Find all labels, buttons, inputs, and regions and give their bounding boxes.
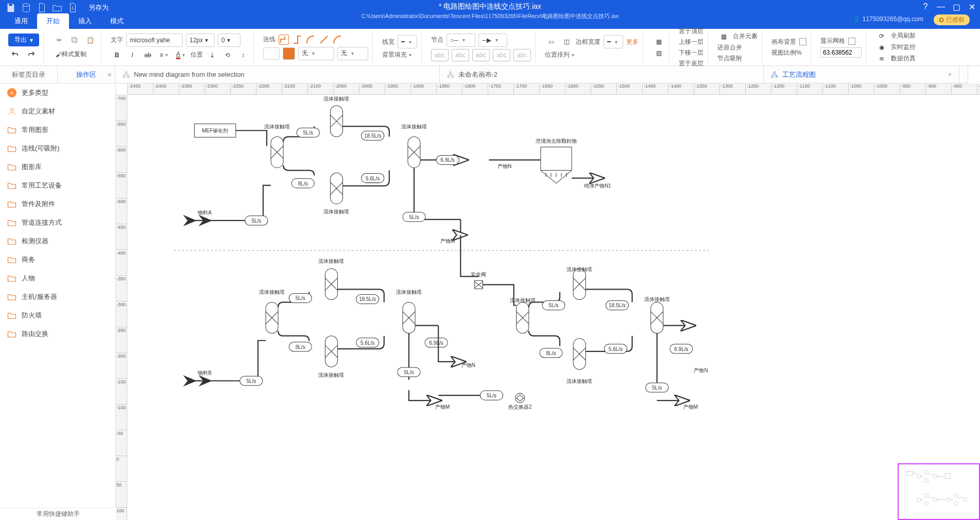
close-icon[interactable]: ✕	[968, 2, 976, 12]
format-paint-icon[interactable]: 🖌 样式复制	[53, 48, 89, 61]
sim-icon[interactable]: ≋	[875, 54, 888, 63]
diagram-canvas[interactable]: .pipe{fill:none;stroke:#333;stroke-width…	[127, 95, 980, 520]
tower-a3[interactable]	[330, 173, 342, 204]
ungroup-icon[interactable]: ▨	[652, 48, 665, 58]
abc-box-4[interactable]: abc	[493, 49, 510, 61]
new-file-icon[interactable]	[36, 3, 47, 12]
valign-bottom-icon[interactable]: ⤓	[206, 49, 218, 61]
abc-box-1[interactable]: abc	[431, 49, 449, 61]
border-style-icon[interactable]: ▭	[545, 36, 557, 48]
connector-elbow1-icon[interactable]	[279, 35, 289, 45]
abc-box-5[interactable]: abc	[513, 49, 531, 61]
export-button[interactable]: 导出 ▾	[8, 33, 39, 46]
saveas-label[interactable]: 另存为	[89, 3, 109, 12]
node-snap-label[interactable]: 节点吸附	[717, 54, 742, 63]
canvas-tab-0[interactable]: New mind diagram from the selection	[115, 66, 440, 83]
bg-fill-label[interactable]: 背景填充	[382, 51, 411, 59]
view-ratio-input[interactable]	[820, 47, 862, 58]
tower-a4[interactable]	[408, 137, 420, 167]
line-accent-swatch[interactable]	[283, 47, 295, 60]
arr-up[interactable]: 上移一层	[679, 38, 703, 46]
group-icon[interactable]: ▦	[652, 37, 665, 46]
cut-icon[interactable]: ✂	[53, 34, 65, 46]
tab-insert[interactable]: 插入	[69, 13, 101, 29]
more-link[interactable]: 更多	[626, 38, 639, 46]
canvas-tab-2[interactable]: 工艺流程图×	[764, 66, 959, 83]
canvas-tab-1[interactable]: 未命名画布-2	[440, 66, 764, 83]
line-width-select[interactable]: ━	[398, 35, 417, 48]
bold-icon[interactable]: B	[111, 49, 123, 61]
side-tab-bookmarks[interactable]: 标签页目录	[0, 66, 58, 83]
sidebar-item-process-equip[interactable]: 常用工艺设备	[0, 176, 115, 195]
merge-cells-icon[interactable]: ▦	[717, 32, 730, 41]
arr-top[interactable]: 置于顶层	[679, 27, 703, 36]
tower-a2[interactable]	[330, 106, 342, 137]
minimap-panel[interactable]	[898, 463, 980, 520]
sidebar-item-people[interactable]: 人物	[0, 269, 115, 288]
sidebar-item-firewall[interactable]: 防火墙	[0, 306, 115, 325]
show-grid-check[interactable]	[848, 38, 855, 45]
settling-tank[interactable]	[541, 147, 572, 183]
side-tab-workspace[interactable]: 操作区×	[58, 66, 115, 83]
sidebar-item-business[interactable]: 商务	[0, 250, 115, 269]
process-flow-diagram[interactable]: .pipe{fill:none;stroke:#333;stroke-width…	[127, 95, 980, 520]
sidebar-item-servers[interactable]: 主机/服务器	[0, 288, 115, 306]
node-end-select[interactable]: ─▶	[478, 33, 507, 47]
tower-a1[interactable]	[271, 137, 283, 167]
sidebar-item-custom[interactable]: 自定义素材	[0, 102, 115, 121]
sidebar-item-instruments[interactable]: 检测仪器	[0, 232, 115, 250]
line-dash-select[interactable]: 无	[337, 47, 368, 60]
close-tab-icon[interactable]: ×	[948, 71, 952, 78]
refresh-icon[interactable]: ⟳	[875, 31, 888, 41]
arr-down[interactable]: 下移一层	[679, 48, 703, 57]
canvas-bg-check[interactable]	[799, 38, 806, 45]
database-icon[interactable]	[21, 3, 32, 12]
close-icon[interactable]: ×	[108, 71, 112, 79]
border-width-select[interactable]: ━	[604, 35, 623, 48]
font-color-icon[interactable]: A	[174, 49, 187, 61]
connector-elbow2-icon[interactable]	[292, 35, 302, 45]
sidebar-item-more[interactable]: +更多类型	[0, 83, 115, 102]
undo-icon[interactable]	[8, 48, 22, 61]
sidebar-item-pipe-connect[interactable]: 管道连接方式	[0, 213, 115, 232]
sidebar-item-routing[interactable]: 路由交换	[0, 325, 115, 343]
unmerge-label[interactable]: 还原合并	[717, 43, 742, 52]
canvas-area[interactable]: -2450-2400-2350-2300-2250-2200-2150-2100…	[116, 83, 980, 520]
abc-box-3[interactable]: abc	[472, 49, 490, 61]
font-size-select[interactable]: 12px▾	[186, 33, 215, 47]
opacity-select[interactable]: 0▾	[218, 33, 240, 47]
connector-arc-icon[interactable]	[332, 35, 342, 45]
connector-straight-icon[interactable]	[319, 35, 329, 45]
strike-icon[interactable]: ab	[142, 49, 154, 61]
sidebar-item-fittings[interactable]: 管件及附件	[0, 195, 115, 213]
align-icon[interactable]: ≡	[157, 49, 170, 61]
help-icon[interactable]: ?	[921, 2, 930, 12]
tab-start[interactable]: 开始	[37, 13, 69, 29]
folder-open-icon[interactable]	[51, 3, 63, 12]
redo-icon[interactable]	[25, 48, 38, 61]
monitor-icon[interactable]: ◉	[875, 43, 888, 52]
minimize-icon[interactable]: —	[937, 2, 945, 12]
line-style-select[interactable]: 无	[298, 47, 334, 60]
node-start-select[interactable]: ○─	[446, 33, 475, 47]
copy-icon[interactable]: ⿻	[68, 34, 81, 46]
font-family-select[interactable]: microsoft yahe	[126, 33, 183, 47]
text-rotate-icon[interactable]: ⟲	[221, 49, 234, 61]
status-bar[interactable]: 常用快捷键助手	[0, 508, 116, 520]
tab-mode[interactable]: 模式	[101, 13, 133, 29]
tab-general[interactable]: 通用	[5, 13, 37, 29]
sidebar-item-common-shapes[interactable]: 常用图形	[0, 121, 115, 139]
line-color-swatch[interactable]	[263, 47, 280, 60]
border-style2-icon[interactable]: ◫	[560, 36, 573, 48]
italic-icon[interactable]: I	[126, 49, 139, 61]
connector-curve-icon[interactable]	[305, 35, 316, 45]
maximize-icon[interactable]: ▢	[952, 2, 960, 12]
license-badge[interactable]: ✪ 已授权	[934, 14, 970, 25]
line-height-icon[interactable]: ↕	[237, 49, 249, 61]
paste-icon[interactable]: 📋	[84, 34, 97, 46]
arr-bottom[interactable]: 置于底层	[679, 59, 703, 68]
sidebar-item-shape-lib[interactable]: 图形库	[0, 158, 115, 176]
sidebar-item-connectors[interactable]: 连线(可吸附)	[0, 139, 115, 158]
safety-valve[interactable]	[474, 280, 483, 289]
save-icon[interactable]	[5, 3, 16, 12]
